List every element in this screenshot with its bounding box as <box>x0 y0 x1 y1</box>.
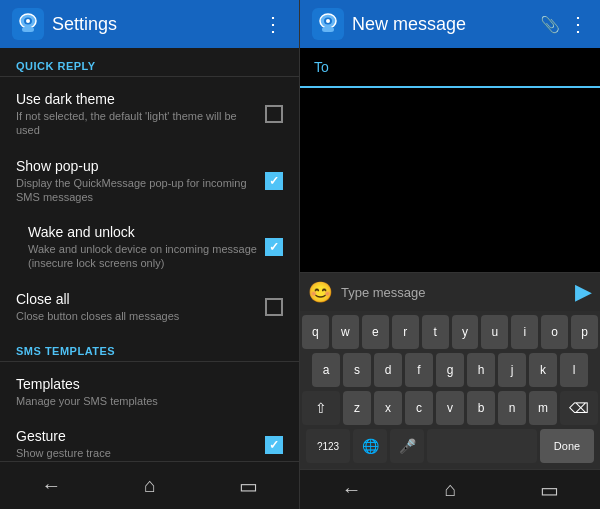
settings-header: Settings ⋮ <box>0 0 299 48</box>
keyboard-row-4: ?123 🌐 🎤 Done <box>302 429 598 463</box>
to-field[interactable]: To <box>300 48 600 88</box>
settings-back-button[interactable]: ← <box>25 466 77 505</box>
setting-gesture-checkbox[interactable] <box>265 436 283 454</box>
key-z[interactable]: z <box>343 391 371 425</box>
shift-key[interactable]: ⇧ <box>302 391 340 425</box>
key-u[interactable]: u <box>481 315 508 349</box>
svg-rect-8 <box>322 27 334 32</box>
message-title: New message <box>352 14 540 35</box>
mic-key[interactable]: 🎤 <box>390 429 424 463</box>
key-j[interactable]: j <box>498 353 526 387</box>
key-q[interactable]: q <box>302 315 329 349</box>
setting-close-all-desc: Close button closes all messages <box>16 309 257 323</box>
setting-templates-title: Templates <box>16 376 275 392</box>
emoji-button[interactable]: 😊 <box>308 280 333 304</box>
setting-wake-unlock[interactable]: Wake and unlock Wake and unlock device o… <box>0 214 299 281</box>
key-i[interactable]: i <box>511 315 538 349</box>
setting-dark-theme-title: Use dark theme <box>16 91 257 107</box>
svg-point-4 <box>26 19 30 23</box>
setting-show-popup-checkbox[interactable] <box>265 172 283 190</box>
key-b[interactable]: b <box>467 391 495 425</box>
key-l[interactable]: l <box>560 353 588 387</box>
setting-dark-theme-desc: If not selected, the default 'light' the… <box>16 109 257 138</box>
setting-templates-desc: Manage your SMS templates <box>16 394 275 408</box>
message-app-icon <box>312 8 344 40</box>
key-t[interactable]: t <box>422 315 449 349</box>
keyboard-row-2: a s d f g h j k l <box>302 353 598 387</box>
setting-close-all-checkbox[interactable] <box>265 298 283 316</box>
message-more-button[interactable]: ⋮ <box>568 12 588 36</box>
compose-bar: 😊 Type message ▶ <box>300 272 600 311</box>
settings-home-button[interactable]: ⌂ <box>128 466 172 505</box>
compose-input[interactable]: Type message <box>341 285 567 300</box>
keyboard: q w e r t y u i o p a s d f g h j k <box>300 311 600 469</box>
message-panel: New message 📎 ⋮ To 😊 Type message ▶ q w … <box>300 0 600 509</box>
space-key[interactable] <box>427 429 537 463</box>
key-r[interactable]: r <box>392 315 419 349</box>
setting-close-all-title: Close all <box>16 291 257 307</box>
settings-title: Settings <box>52 14 259 35</box>
key-y[interactable]: y <box>452 315 479 349</box>
setting-close-all[interactable]: Close all Close button closes all messag… <box>0 281 299 333</box>
setting-wake-unlock-checkbox[interactable] <box>265 238 283 256</box>
key-m[interactable]: m <box>529 391 557 425</box>
key-v[interactable]: v <box>436 391 464 425</box>
done-key[interactable]: Done <box>540 429 594 463</box>
key-h[interactable]: h <box>467 353 495 387</box>
key-f[interactable]: f <box>405 353 433 387</box>
settings-more-button[interactable]: ⋮ <box>259 8 287 40</box>
message-recents-button[interactable]: ▭ <box>524 470 575 510</box>
settings-bottom-nav: ← ⌂ ▭ <box>0 461 299 509</box>
keyboard-row-1: q w e r t y u i o p <box>302 315 598 349</box>
svg-point-9 <box>326 19 330 23</box>
svg-rect-3 <box>22 27 34 32</box>
key-c[interactable]: c <box>405 391 433 425</box>
key-o[interactable]: o <box>541 315 568 349</box>
key-e[interactable]: e <box>362 315 389 349</box>
divider-sms-templates <box>0 361 299 362</box>
key-k[interactable]: k <box>529 353 557 387</box>
message-bottom-nav: ← ⌂ ▭ <box>300 469 600 509</box>
setting-show-popup[interactable]: Show pop-up Display the QuickMessage pop… <box>0 148 299 215</box>
key-n[interactable]: n <box>498 391 526 425</box>
key-w[interactable]: w <box>332 315 359 349</box>
settings-app-icon <box>12 8 44 40</box>
to-label: To <box>314 59 329 75</box>
message-body: To 😊 Type message ▶ q w e r t y u i o p <box>300 48 600 469</box>
setting-gesture[interactable]: Gesture Show gesture trace <box>0 418 299 461</box>
globe-key[interactable]: 🌐 <box>353 429 387 463</box>
message-header: New message 📎 ⋮ <box>300 0 600 48</box>
keyboard-row-3: ⇧ z x c v b n m ⌫ <box>302 391 598 425</box>
message-back-button[interactable]: ← <box>325 470 377 509</box>
key-p[interactable]: p <box>571 315 598 349</box>
key-d[interactable]: d <box>374 353 402 387</box>
key-g[interactable]: g <box>436 353 464 387</box>
setting-templates[interactable]: Templates Manage your SMS templates <box>0 366 299 418</box>
key-x[interactable]: x <box>374 391 402 425</box>
setting-wake-unlock-title: Wake and unlock <box>28 224 257 240</box>
message-header-actions: 📎 ⋮ <box>540 12 588 36</box>
setting-gesture-desc: Show gesture trace <box>16 446 257 460</box>
attach-button[interactable]: 📎 <box>540 15 560 34</box>
divider-quick-reply <box>0 76 299 77</box>
setting-dark-theme-checkbox[interactable] <box>265 105 283 123</box>
setting-show-popup-title: Show pop-up <box>16 158 257 174</box>
setting-show-popup-desc: Display the QuickMessage pop-up for inco… <box>16 176 257 205</box>
key-s[interactable]: s <box>343 353 371 387</box>
backspace-key[interactable]: ⌫ <box>560 391 598 425</box>
settings-recents-button[interactable]: ▭ <box>223 466 274 506</box>
message-compose-area <box>300 88 600 272</box>
setting-gesture-title: Gesture <box>16 428 257 444</box>
message-home-button[interactable]: ⌂ <box>428 470 472 509</box>
key-a[interactable]: a <box>312 353 340 387</box>
setting-dark-theme[interactable]: Use dark theme If not selected, the defa… <box>0 81 299 148</box>
settings-content: QUICK REPLY Use dark theme If not select… <box>0 48 299 461</box>
setting-wake-unlock-desc: Wake and unlock device on incoming messa… <box>28 242 257 271</box>
section-sms-templates: SMS TEMPLATES <box>0 333 299 361</box>
section-quick-reply: QUICK REPLY <box>0 48 299 76</box>
send-button[interactable]: ▶ <box>575 279 592 305</box>
settings-panel: Settings ⋮ QUICK REPLY Use dark theme If… <box>0 0 300 509</box>
symbols-key[interactable]: ?123 <box>306 429 350 463</box>
